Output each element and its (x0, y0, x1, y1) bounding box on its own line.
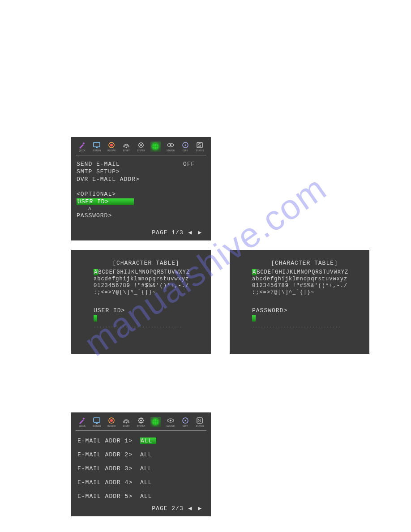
tab-search[interactable]: SEARCH (165, 416, 176, 429)
tab-quick[interactable]: QUICK (77, 140, 87, 153)
status-icon: S (195, 416, 204, 425)
menu-value: OFF (183, 161, 206, 167)
pager-prev-icon[interactable]: ◀ (188, 505, 193, 512)
page-text: PAGE 1/3 (152, 229, 183, 236)
menu-dvr-email-addr[interactable]: DVR E-MAIL ADDR> (77, 176, 206, 183)
chartable-row-upper[interactable]: ABCDEFGHIJKLMNOPQRSTUVWXYZ (252, 269, 357, 275)
svg-point-22 (140, 420, 142, 421)
tab-label: EVENT (123, 425, 130, 428)
character-table-user-id: [CHARACTER TABLE] ABCDEFGHIJKLMNOPQRSTUV… (71, 250, 211, 354)
email-addr-3[interactable]: E-MAIL ADDR 3>ALL (77, 465, 205, 472)
tab-network[interactable] (150, 417, 161, 427)
menu-smtp-setup[interactable]: SMTP SETUP> (77, 168, 206, 175)
tab-label: STATUS (196, 425, 204, 428)
chartable-title: [CHARACTER TABLE] (252, 260, 357, 266)
svg-point-19 (110, 419, 113, 422)
tab-label: COPY (183, 150, 188, 152)
user-id-sub-value: A (77, 206, 206, 211)
signal-icon (122, 141, 131, 149)
tab-system[interactable]: SYSTEM (136, 416, 146, 429)
wand-icon (77, 141, 86, 149)
signal-icon (122, 416, 131, 425)
tab-label: COPY (183, 425, 188, 428)
svg-point-29 (184, 420, 186, 421)
email-addr-4[interactable]: E-MAIL ADDR 4>ALL (77, 479, 205, 486)
mail-value: ALL (140, 451, 205, 458)
chartable-row-lower[interactable]: abcdefghijklmnopqrstuvwxyz (94, 276, 198, 282)
menu-user-id[interactable]: USER ID> (77, 198, 206, 205)
chartable-row-symbols[interactable]: :;<=>?@[\]^_`{|}~ (252, 289, 357, 296)
tab-label: SYSTEM (137, 150, 145, 152)
tab-event[interactable]: EVENT (121, 416, 132, 429)
mail-value: ALL (140, 465, 205, 472)
tab-label: STATUS (196, 150, 204, 152)
tab-copy[interactable]: COPY (180, 140, 191, 153)
pager: PAGE 2/3 ◀ ▶ (152, 505, 203, 512)
chartable-row-lower[interactable]: abcdefghijklmnopqrstuvwxyz (252, 276, 357, 282)
input-cursor (252, 315, 256, 322)
mail-label: E-MAIL ADDR 5> (77, 493, 140, 500)
email-addr-5[interactable]: E-MAIL ADDR 5>ALL (77, 493, 205, 500)
tab-record[interactable]: RECORD (106, 140, 117, 153)
character-table-password: [CHARACTER TABLE] ABCDEFGHIJKLMNOPQRSTUV… (230, 250, 369, 354)
menu-label: SEND E-MAIL (77, 161, 183, 167)
mail-value: ALL (140, 493, 205, 500)
tab-label: SCREEN (93, 150, 101, 152)
email-setup-panel-1: QUICK SCREEN RECORD EVENT SYSTEM SEARCH … (71, 137, 211, 240)
record-icon (107, 416, 116, 425)
chartable-row-symbols[interactable]: :;<=>?@[\]^_`{|}~ (94, 289, 198, 296)
gear-icon (137, 141, 146, 149)
email-addr-2[interactable]: E-MAIL ADDR 2>ALL (77, 451, 205, 458)
tab-label: QUICK (79, 150, 86, 152)
globe-icon (151, 142, 160, 150)
email-addr-1[interactable]: E-MAIL ADDR 1>ALL (77, 438, 205, 444)
tab-label: RECORD (107, 150, 116, 152)
tab-copy[interactable]: COPY (180, 416, 191, 429)
status-icon: S (195, 141, 204, 149)
menu-password[interactable]: PASSWORD> (77, 212, 206, 219)
record-icon (107, 141, 116, 149)
chartable-row-digits[interactable]: 0123456789 !"#$%&'()*+,-./ (94, 283, 198, 289)
char-highlighted: A (252, 269, 257, 275)
chartable-row-digits[interactable]: 0123456789 !"#$%&'()*+,-./ (252, 283, 357, 289)
pager-prev-icon[interactable]: ◀ (188, 229, 193, 236)
tab-quick[interactable]: QUICK (77, 416, 87, 429)
tab-screen[interactable]: SCREEN (91, 140, 102, 153)
svg-rect-16 (94, 418, 100, 422)
mail-label: E-MAIL ADDR 2> (77, 451, 140, 458)
tab-label: RECORD (107, 425, 116, 428)
toolbar: QUICK SCREEN RECORD EVENT SYSTEM SEARCH … (71, 137, 211, 154)
svg-point-13 (184, 144, 186, 146)
char-highlighted: A (94, 269, 98, 275)
highlighted-item: USER ID> (77, 198, 134, 205)
tab-label: SEARCH (167, 150, 175, 152)
tab-event[interactable]: EVENT (121, 140, 132, 153)
svg-point-3 (110, 144, 113, 146)
tab-status[interactable]: SSTATUS (194, 416, 205, 429)
pager-next-icon[interactable]: ▶ (198, 505, 202, 512)
eye-icon (166, 141, 175, 149)
menu-send-email[interactable]: SEND E-MAILOFF (77, 161, 206, 167)
menu-label: DVR E-MAIL ADDR> (77, 176, 206, 183)
pager-next-icon[interactable]: ▶ (198, 229, 202, 236)
input-cursor (94, 315, 97, 322)
svg-rect-17 (96, 423, 98, 424)
tab-system[interactable]: SYSTEM (136, 140, 146, 153)
gear-icon (137, 416, 146, 425)
mail-label: E-MAIL ADDR 1> (77, 438, 140, 444)
page-text: PAGE 2/3 (152, 505, 183, 512)
input-dots: ............................... (252, 324, 357, 329)
email-addr-panel: QUICK SCREEN RECORD EVENT SYSTEM SEARCH … (71, 412, 211, 516)
eye-icon (166, 416, 175, 425)
svg-rect-1 (96, 147, 98, 148)
mail-value: ALL (140, 438, 205, 444)
tab-network[interactable] (150, 142, 161, 152)
chartable-row-upper[interactable]: ABCDEFGHIJKLMNOPQRSTUVWXYZ (94, 269, 198, 275)
input-label-password: PASSWORD> (252, 307, 357, 314)
tab-record[interactable]: RECORD (106, 416, 117, 429)
disc-icon (181, 416, 190, 425)
section-optional: <OPTIONAL> (77, 191, 206, 197)
tab-status[interactable]: SSTATUS (194, 140, 205, 153)
tab-screen[interactable]: SCREEN (91, 416, 102, 429)
tab-search[interactable]: SEARCH (165, 140, 176, 153)
